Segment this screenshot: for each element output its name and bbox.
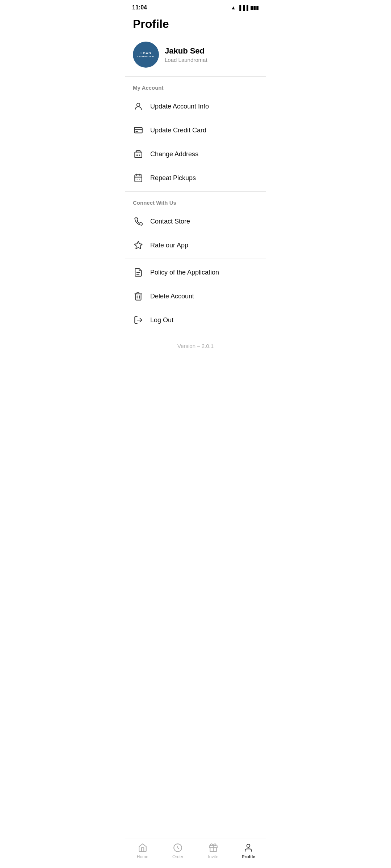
trash-icon [133, 291, 144, 302]
credit-card-icon [133, 125, 144, 136]
logout-icon [133, 315, 144, 326]
svg-point-0 [137, 103, 140, 106]
logo-laundromat-text: LAUNDROMAT [137, 55, 155, 58]
profile-info: Jakub Sed Load Laundromat [165, 46, 207, 63]
phone-icon [133, 216, 144, 227]
svg-marker-13 [134, 241, 142, 249]
wifi-icon: ▲ [231, 5, 236, 10]
change-address-item[interactable]: Change Address [125, 142, 266, 166]
connect-section-header: Connect With Us [125, 193, 266, 209]
page-title: Profile [125, 14, 266, 38]
battery-icon: ▮▮▮ [250, 5, 259, 10]
log-out-label: Log Out [150, 316, 173, 324]
building-icon [133, 149, 144, 159]
profile-header: LOAD LAUNDROMAT Jakub Sed Load Laundroma… [125, 38, 266, 75]
update-credit-card-label: Update Credit Card [150, 127, 206, 134]
avatar-logo: LOAD LAUNDROMAT [137, 51, 155, 58]
delete-account-label: Delete Account [150, 293, 194, 300]
contact-store-label: Contact Store [150, 218, 190, 225]
avatar: LOAD LAUNDROMAT [133, 42, 159, 68]
star-icon [133, 240, 144, 251]
rate-app-label: Rate our App [150, 242, 188, 249]
update-account-info-item[interactable]: Update Account Info [125, 94, 266, 118]
svg-rect-9 [135, 175, 142, 182]
logo-load-text: LOAD [137, 51, 155, 55]
status-icons: ▲ ▐▐▐ ▮▮▮ [231, 5, 259, 10]
svg-rect-4 [135, 152, 142, 158]
calendar-icon [133, 173, 144, 183]
contact-store-item[interactable]: Contact Store [125, 209, 266, 233]
divider-1 [125, 76, 266, 77]
divider-2 [125, 191, 266, 192]
profile-name: Jakub Sed [165, 46, 207, 56]
signal-icon: ▐▐▐ [237, 5, 248, 10]
update-credit-card-item[interactable]: Update Credit Card [125, 118, 266, 142]
document-icon [133, 267, 144, 278]
svg-rect-1 [134, 127, 142, 133]
repeat-pickups-label: Repeat Pickups [150, 174, 196, 182]
divider-3 [125, 259, 266, 259]
rate-app-item[interactable]: Rate our App [125, 233, 266, 257]
policy-label: Policy of the Application [150, 269, 219, 276]
profile-subtitle: Load Laundromat [165, 57, 207, 63]
policy-item[interactable]: Policy of the Application [125, 260, 266, 284]
status-time: 11:04 [132, 4, 147, 11]
version-text: Version – 2.0.1 [125, 332, 266, 356]
update-account-info-label: Update Account Info [150, 103, 209, 110]
repeat-pickups-item[interactable]: Repeat Pickups [125, 166, 266, 190]
change-address-label: Change Address [150, 150, 198, 158]
log-out-item[interactable]: Log Out [125, 308, 266, 332]
my-account-section-header: My Account [125, 78, 266, 94]
delete-account-item[interactable]: Delete Account [125, 284, 266, 308]
person-icon [133, 101, 144, 112]
